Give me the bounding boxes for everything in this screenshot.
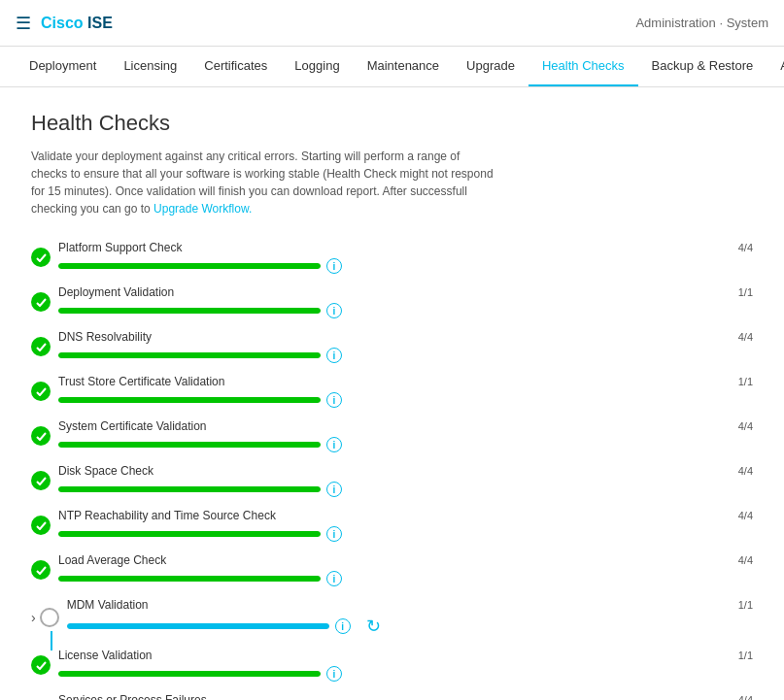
progress-bar [58,308,321,314]
info-icon[interactable]: i [326,526,342,542]
checks-container: Platform Support Check 4/4 i [31,241,753,700]
tab-logging[interactable]: Logging [281,47,353,86]
check-name: Load Average Check [58,553,166,567]
tab-deployment[interactable]: Deployment [16,47,110,86]
progress-bar-container [67,623,329,629]
tab-health-checks[interactable]: Health Checks [528,47,638,86]
check-name: Platform Support Check [58,241,182,254]
tab-maintenance[interactable]: Maintenance [354,47,453,86]
check-score-label: 1/1 [738,376,753,387]
tab-certificates[interactable]: Certificates [190,47,281,86]
progress-bar-container [58,308,321,314]
check-score-label: 1/1 [738,650,753,661]
progress-bar [58,352,321,358]
brand-cisco: Cisco [41,15,87,31]
check-content: Disk Space Check 4/4 i [58,464,753,497]
check-row-system-cert: System Certificate Validation 4/4 i [31,419,753,452]
check-status-icon [31,471,51,490]
progress-bar [58,531,321,537]
tab-licensing[interactable]: Licensing [110,47,190,86]
info-icon[interactable]: i [326,571,342,586]
admin-label: Administration · System [635,16,768,30]
check-score-label: 4/4 [738,465,753,477]
progress-bar [58,442,321,448]
check-status-icon [31,292,51,312]
check-content: DNS Resolvability 4/4 i [58,330,753,363]
check-status-icon [31,655,51,675]
check-name: Disk Space Check [58,464,153,478]
check-name: NTP Reachability and Time Source Check [58,509,276,522]
check-row-platform-support: Platform Support Check 4/4 i [31,241,753,274]
progress-bar [58,671,321,677]
page-description: Validate your deployment against any cri… [31,148,497,217]
check-name: System Certificate Validation [58,419,207,433]
check-row-dns: DNS Resolvability 4/4 i [31,330,753,363]
check-row-services: Services or Process Failures 4/4 i [31,693,753,700]
tab-backup-restore[interactable]: Backup & Restore [638,47,767,86]
check-content: NTP Reachability and Time Source Check 4… [58,509,753,542]
progress-bar-container [58,263,321,269]
check-score-label: 1/1 [738,599,753,611]
info-icon[interactable]: i [326,392,342,408]
refresh-icon[interactable]: ↻ [366,616,381,637]
check-content: Services or Process Failures 4/4 i [58,693,753,700]
info-icon[interactable]: i [326,666,342,682]
check-status-icon [31,248,51,267]
check-status-icon [31,382,51,401]
check-content: Deployment Validation 1/1 i [58,285,753,318]
progress-bar-container [58,531,321,537]
progress-bar-container [58,576,321,582]
check-row-deployment-validation: Deployment Validation 1/1 i [31,285,753,318]
check-row-license: License Validation 1/1 i [31,649,753,682]
check-name: MDM Validation [67,598,149,612]
check-score-label: 4/4 [738,331,753,343]
check-content: MDM Validation 1/1 i ↻ [67,598,753,637]
info-icon[interactable]: i [326,482,342,497]
hamburger-icon[interactable]: ☰ [16,13,31,34]
page-title: Health Checks [31,111,753,136]
check-score-label: 4/4 [738,510,753,521]
check-name: DNS Resolvability [58,330,152,344]
progress-bar [67,623,329,629]
check-score-label: 4/4 [738,694,753,700]
check-row-ntp: NTP Reachability and Time Source Check 4… [31,509,753,542]
check-row-trust-store: Trust Store Certificate Validation 1/1 i [31,375,753,408]
check-content: License Validation 1/1 i [58,649,753,682]
progress-bar [58,263,321,269]
check-status-icon [31,560,51,580]
brand-ise: ISE [87,15,113,31]
tab-upgrade[interactable]: Upgrade [453,47,528,86]
check-status-icon [31,337,51,356]
brand-logo: Cisco ISE [41,15,113,32]
check-content: Load Average Check 4/4 i [58,553,753,586]
check-status-icon [31,516,51,535]
info-icon[interactable]: i [335,618,351,634]
info-icon[interactable]: i [326,258,342,274]
check-row-load-average: Load Average Check 4/4 i [31,553,753,586]
check-row-mdm: › MDM Validation 1/1 i ↻ [31,598,753,637]
info-icon[interactable]: i [326,348,342,363]
check-name: Trust Store Certificate Validation [58,375,224,388]
info-icon[interactable]: i [326,303,342,318]
progress-bar [58,397,321,403]
nav-tabs: Deployment Licensing Certificates Loggin… [0,47,784,87]
progress-bar [58,576,321,582]
progress-bar-container [58,671,321,677]
check-score-label: 4/4 [738,554,753,566]
upgrade-workflow-link[interactable]: Upgrade Workflow. [153,202,252,216]
check-content: Trust Store Certificate Validation 1/1 i [58,375,753,408]
progress-bar-container [58,486,321,492]
check-status-icon [31,426,51,446]
check-content: Platform Support Check 4/4 i [58,241,753,274]
info-icon[interactable]: i [326,437,342,452]
check-status-icon [40,608,59,627]
progress-bar-container [58,352,321,358]
header: ☰ Cisco ISE Administration · System [0,0,784,47]
check-score-label: 1/1 [738,286,753,298]
check-content: System Certificate Validation 4/4 i [58,419,753,452]
check-row-disk-space: Disk Space Check 4/4 i [31,464,753,497]
expand-icon[interactable]: › [31,610,36,625]
progress-bar-container [58,442,321,448]
progress-bar [58,486,321,492]
tab-admin-access[interactable]: Admin Access [767,47,784,86]
